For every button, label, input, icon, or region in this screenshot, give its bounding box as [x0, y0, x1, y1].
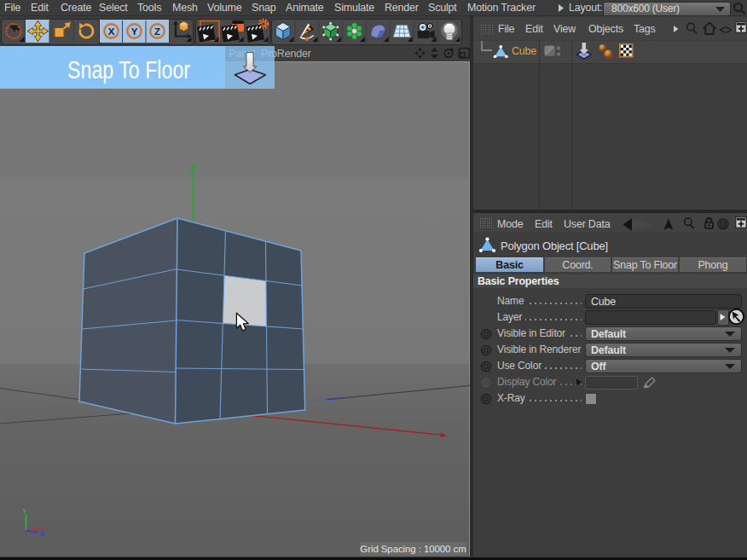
svg-text:Z: Z: [40, 530, 44, 538]
svg-text:Y: Y: [22, 507, 27, 515]
svg-text:Z: Z: [154, 26, 160, 37]
svg-text:X: X: [108, 26, 115, 37]
svg-text:Y: Y: [131, 26, 138, 37]
